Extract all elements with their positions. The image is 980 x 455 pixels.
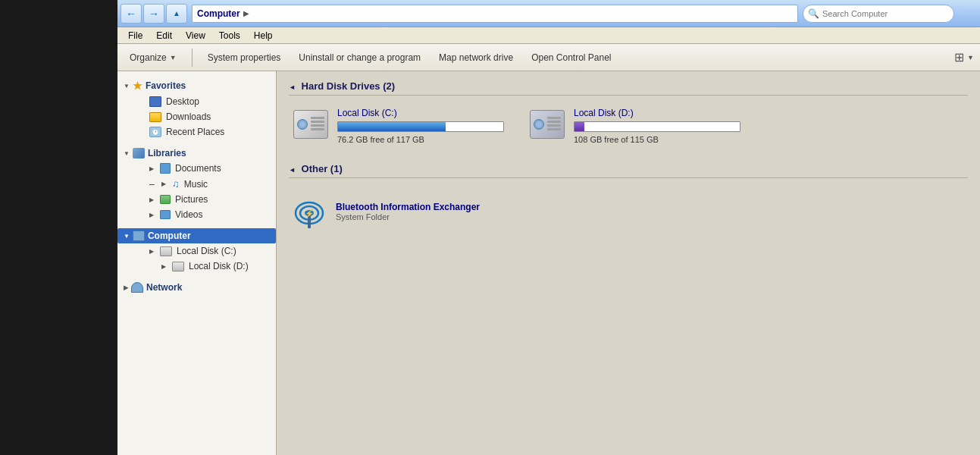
- sidebar-item-local-disk-d[interactable]: ▶ Local Disk (D:): [117, 259, 276, 274]
- up-button[interactable]: ▲: [166, 4, 187, 24]
- pictures-label: Pictures: [175, 194, 208, 205]
- left-dark-panel: [0, 0, 117, 455]
- drive-d-bar-wrap: [574, 121, 740, 132]
- view-dropdown-arrow[interactable]: ▼: [967, 54, 974, 61]
- drive-c-free: 76.2 GB free of 117 GB: [337, 135, 424, 144]
- forward-button[interactable]: →: [143, 4, 164, 24]
- sidebar-network-header[interactable]: ▶ Network: [117, 280, 276, 295]
- sidebar-libraries-header[interactable]: ▼ Libraries: [117, 146, 276, 161]
- local-disk-d-label: Local Disk (D:): [189, 261, 249, 271]
- toolbar-right: ⊞ ▼: [954, 50, 974, 64]
- bluetooth-device-type: System Folder: [336, 212, 480, 221]
- system-properties-button[interactable]: System properties: [202, 50, 287, 65]
- drive-d-info: Local Disk (D:) 108 GB free of 115 GB: [574, 108, 740, 145]
- map-network-button[interactable]: Map network drive: [433, 50, 519, 65]
- sidebar-item-documents[interactable]: ▶ Documents: [117, 161, 276, 176]
- bluetooth-device-item[interactable]: ⚡ Bluetooth Information Exchanger System…: [289, 187, 968, 236]
- uninstall-button[interactable]: Uninstall or change a program: [293, 50, 427, 65]
- search-icon: 🔍: [808, 8, 819, 19]
- menu-help[interactable]: Help: [248, 29, 279, 42]
- breadcrumb-computer: Computer: [197, 8, 240, 19]
- toolbar-separator-1: [192, 49, 193, 67]
- libraries-icon: [133, 148, 145, 158]
- hard-disk-section-label: Hard Disk Drives (2): [302, 80, 396, 92]
- drive-c-bar-wrap: [337, 121, 504, 132]
- drive-item-c[interactable]: Local Disk (C:) 76.2 GB free of 117 GB: [289, 105, 507, 148]
- videos-icon: [160, 210, 171, 219]
- favorites-label: Favorites: [146, 80, 186, 91]
- downloads-folder-icon: [149, 112, 161, 122]
- computer-label: Computer: [148, 231, 191, 241]
- bluetooth-device-text: Bluetooth Information Exchanger System F…: [336, 202, 480, 221]
- network-label: Network: [146, 282, 182, 293]
- title-bar: ← → ▲ Computer ▶ 🔍: [117, 0, 980, 27]
- sidebar-item-local-disk-c[interactable]: ▶ Local Disk (C:): [117, 243, 276, 259]
- videos-label: Videos: [175, 209, 202, 220]
- back-button[interactable]: ←: [121, 4, 142, 24]
- nav-buttons: ← → ▲: [121, 4, 187, 24]
- documents-label: Documents: [175, 163, 221, 174]
- favorites-collapse-arrow: ▼: [124, 83, 130, 89]
- svg-text:⚡: ⚡: [305, 209, 315, 218]
- sidebar-item-music[interactable]: – ▶ ♫ Music: [117, 176, 276, 192]
- change-view-icon[interactable]: ⊞: [954, 50, 964, 64]
- organize-label: Organize: [130, 52, 167, 63]
- drive-d-icon-wrap: [528, 108, 566, 141]
- content-panel: ◄ Hard Disk Drives (2) Local Disk (C:) 7…: [277, 71, 980, 455]
- open-control-panel-button[interactable]: Open Control Panel: [525, 50, 617, 65]
- search-input[interactable]: [822, 9, 949, 18]
- breadcrumb-arrow: ▶: [243, 9, 249, 17]
- search-box[interactable]: 🔍: [803, 5, 954, 23]
- network-collapse-arrow: ▶: [124, 284, 128, 291]
- music-expand-arrow[interactable]: ▶: [161, 180, 166, 187]
- hard-disk-section-title: ◄ Hard Disk Drives (2): [289, 80, 968, 96]
- bluetooth-icon-wrap: ⚡: [292, 192, 327, 231]
- videos-expand-arrow[interactable]: ▶: [149, 212, 154, 218]
- drive-c-info: Local Disk (C:) 76.2 GB free of 117 GB: [337, 108, 504, 145]
- drive-item-d[interactable]: Local Disk (D:) 108 GB free of 115 GB: [525, 105, 744, 148]
- network-icon: [131, 282, 143, 293]
- drive-d-icon: [530, 110, 565, 139]
- bluetooth-svg-icon: ⚡: [292, 192, 327, 231]
- menu-tools[interactable]: Tools: [213, 29, 246, 42]
- local-disk-c-icon: [160, 246, 172, 256]
- documents-expand-arrow[interactable]: ▶: [149, 165, 154, 172]
- drive-d-free: 108 GB free of 115 GB: [574, 135, 659, 144]
- other-section-arrow: ◄: [289, 166, 296, 174]
- menu-bar: File Edit View Tools Help: [117, 27, 980, 44]
- sidebar-item-desktop[interactable]: Desktop: [117, 94, 276, 109]
- recent-places-label: Recent Places: [166, 127, 224, 137]
- music-label: Music: [184, 179, 208, 190]
- other-section-label: Other (1): [302, 163, 343, 174]
- desktop-icon: [149, 96, 161, 107]
- sidebar-computer-header[interactable]: ▼ Computer: [117, 228, 276, 243]
- sidebar-item-recent-places[interactable]: 🕐 Recent Places: [117, 124, 276, 140]
- bluetooth-device-name: Bluetooth Information Exchanger: [336, 202, 480, 212]
- libraries-collapse-arrow: ▼: [124, 150, 130, 157]
- sidebar-favorites-header[interactable]: ▼ ★ Favorites: [117, 77, 276, 94]
- local-disk-d-expand-arrow[interactable]: ▶: [161, 263, 166, 270]
- local-disk-c-expand-arrow[interactable]: ▶: [149, 248, 154, 255]
- music-expand-placeholder: –: [149, 179, 157, 190]
- libraries-label: Libraries: [148, 148, 186, 158]
- drive-c-icon-wrap: [292, 108, 330, 141]
- menu-edit[interactable]: Edit: [150, 29, 178, 42]
- drives-row: Local Disk (C:) 76.2 GB free of 117 GB L…: [289, 105, 968, 148]
- sidebar-item-pictures[interactable]: ▶ Pictures: [117, 192, 276, 207]
- sidebar-item-videos[interactable]: ▶ Videos: [117, 207, 276, 222]
- computer-icon: [133, 231, 145, 241]
- menu-file[interactable]: File: [122, 29, 149, 42]
- menu-view[interactable]: View: [180, 29, 211, 42]
- main-area: ▼ ★ Favorites Desktop Downloads 🕐 Recent…: [117, 71, 980, 455]
- downloads-label: Downloads: [166, 111, 211, 122]
- sidebar-item-downloads[interactable]: Downloads: [117, 109, 276, 124]
- pictures-expand-arrow[interactable]: ▶: [149, 196, 154, 203]
- drive-c-bar: [338, 122, 446, 131]
- drive-c-label: Local Disk (C:): [337, 108, 504, 118]
- organize-button[interactable]: Organize ▼: [124, 50, 183, 65]
- local-disk-d-icon: [172, 262, 184, 271]
- breadcrumb-bar[interactable]: Computer ▶: [192, 5, 798, 23]
- computer-collapse-arrow: ▼: [124, 233, 130, 240]
- music-icon: ♫: [172, 178, 180, 190]
- recent-places-icon: 🕐: [149, 127, 161, 137]
